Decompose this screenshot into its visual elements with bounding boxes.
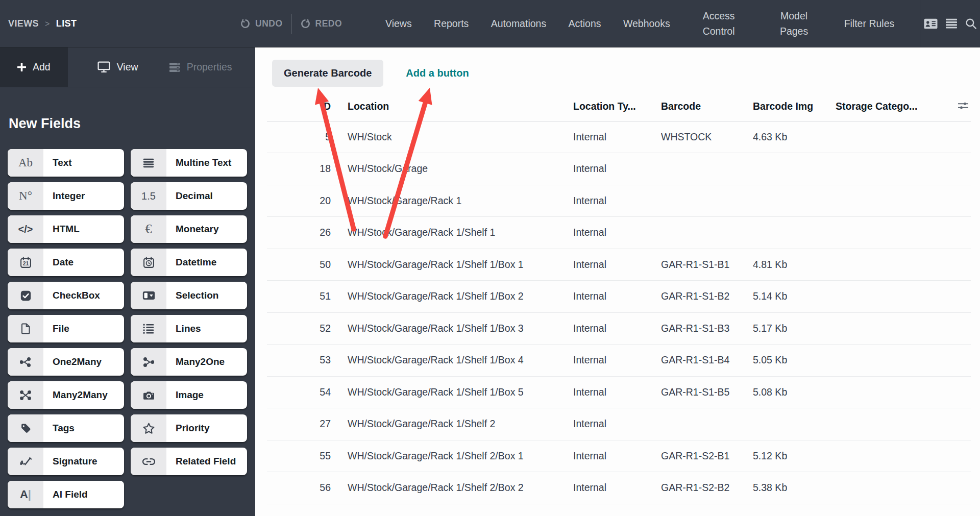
cell-storage-category [836,376,950,408]
nav-item-automations[interactable]: Automations [491,16,546,31]
cell-location: WH/Stock [331,121,573,153]
nav-item-model-pages[interactable]: Model Pages [768,9,821,39]
cell-barcode-img: 5.12 Kb [753,440,836,472]
column-header-barcode-img[interactable]: Barcode Img [753,92,836,121]
nav-item-webhooks[interactable]: Webhooks [623,16,670,31]
cell-storage-category [836,281,950,313]
field-card-monetary[interactable]: €Monetary [131,215,247,243]
table-row[interactable]: 50 WH/Stock/Garage/Rack 1/Shelf 1/Box 1 … [267,249,971,281]
field-card-date[interactable]: 21Date [8,249,124,276]
cell-barcode-img [753,408,836,440]
field-card-tags[interactable]: Tags [8,414,124,442]
table-row[interactable]: 5 WH/Stock Internal WHSTOCK 4.63 Kb [267,121,971,153]
field-card-html[interactable]: </>HTML [8,215,124,243]
new-fields-title: New Fields [9,116,81,132]
field-card-selection[interactable]: Selection [131,282,247,309]
breadcrumb-views[interactable]: VIEWS [8,18,39,29]
tab-properties[interactable]: Properties [154,47,248,87]
cell-location: WH/Stock/Garage/Rack 1 [331,185,573,217]
cell-location: WH/Stock/Garage [331,153,573,185]
undo-button[interactable]: UNDO [240,18,283,29]
field-card-signature[interactable]: Signature [8,448,124,475]
cell-storage-category [836,440,950,472]
field-card-datetime[interactable]: Datetime [131,249,247,276]
table-row[interactable]: 18 WH/Stock/Garage Internal [267,153,971,185]
field-card-many2one[interactable]: Many2One [131,348,247,376]
table-row[interactable]: 54 WH/Stock/Garage/Rack 1/Shelf 1/Box 5 … [267,376,971,408]
nav-item-access-control[interactable]: Access Control [692,9,745,39]
cell-barcode: GAR-R1-S2-B1 [661,440,753,472]
table-row[interactable]: 56 WH/Stock/Garage/Rack 1/Shelf 2/Box 2 … [267,472,971,504]
table-row[interactable]: 55 WH/Stock/Garage/Rack 1/Shelf 2/Box 1 … [267,440,971,472]
nav-item-filter-rules[interactable]: Filter Rules [843,16,896,31]
field-card-multine-text[interactable]: Multine Text [131,149,247,177]
field-card-priority[interactable]: Priority [131,414,247,442]
search-icon[interactable] [965,18,977,30]
date-icon: 21 [8,249,43,276]
field-card-many2many[interactable]: Many2Many [8,381,124,409]
field-card-related-field[interactable]: Related Field [131,448,247,475]
table-row[interactable]: 26 WH/Stock/Garage/Rack 1/Shelf 1 Intern… [267,217,971,249]
many2one-icon [131,348,166,376]
field-card-decimal[interactable]: 1.5Decimal [131,182,247,210]
topbar-nav: ViewsReportsAutomationsActionsWebhooksAc… [385,0,896,47]
undo-redo-divider [291,14,292,34]
sliders-icon[interactable] [958,102,969,110]
cell-id: 54 [267,376,331,408]
redo-button[interactable]: REDO [300,18,342,29]
cell-location: WH/Stock/Garage/Rack 1/Shelf 1/Box 5 [331,376,573,408]
cell-barcode: GAR-R1-S2-B2 [661,472,753,504]
add-a-button-link[interactable]: Add a button [406,67,469,79]
svg-text:21: 21 [22,260,29,266]
field-card-one2many[interactable]: One2Many [8,348,124,376]
generate-barcode-button[interactable]: Generate Barcode [272,60,383,87]
nav-item-reports[interactable]: Reports [434,16,469,31]
cell-barcode: GAR-R1-S1-B3 [661,312,753,345]
field-card-text[interactable]: AbText [8,149,124,177]
field-card-checkbox[interactable]: CheckBox [8,282,124,309]
nav-item-views[interactable]: Views [385,16,412,31]
checkbox-icon [8,282,43,309]
tab-add[interactable]: Add [0,47,68,87]
column-header-location[interactable]: Location [331,92,573,121]
cell-id: 56 [267,472,331,504]
cell-location: WH/Stock/Garage/Rack 1/Shelf 2/Box 2 [331,472,573,504]
cell-location-type: Internal [573,312,661,345]
selection-icon [131,282,166,309]
field-card-file[interactable]: File [8,315,124,342]
cell-barcode-img: 4.81 Kb [753,249,836,281]
topbar-icon-group [920,0,980,47]
sidebar-tabs: AddViewProperties [0,47,255,87]
field-card-lines[interactable]: Lines [131,315,247,342]
lines-icon [131,315,166,342]
cell-location-type: Internal [573,121,661,153]
tab-view[interactable]: View [82,47,154,87]
cell-storage-category [836,472,950,504]
field-card-ai-field[interactable]: A|AI Field [8,481,124,508]
cell-barcode: GAR-R1-S1-B4 [661,345,753,377]
nav-item-actions[interactable]: Actions [569,16,601,31]
table-row[interactable]: 52 WH/Stock/Garage/Rack 1/Shelf 1/Box 3 … [267,312,971,345]
id-card-icon[interactable] [924,18,938,29]
table-row[interactable]: 53 WH/Stock/Garage/Rack 1/Shelf 1/Box 4 … [267,345,971,377]
column-header-barcode[interactable]: Barcode [661,92,753,121]
column-header-storage-category[interactable]: Storage Catego... [836,92,950,121]
table-row[interactable]: 51 WH/Stock/Garage/Rack 1/Shelf 1/Box 2 … [267,281,971,313]
column-header-id[interactable]: ID [267,92,331,121]
table-row[interactable]: 20 WH/Stock/Garage/Rack 1 Internal [267,185,971,217]
cell-barcode: GAR-R1-S1-B2 [661,281,753,313]
breadcrumb-separator: > [45,19,50,29]
cell-barcode-img: 5.17 Kb [753,312,836,345]
new-fields-grid: AbTextMultine TextN°Integer1.5Decimal</>… [8,149,248,508]
field-card-integer[interactable]: N°Integer [8,182,124,210]
cell-storage-category [836,185,950,217]
field-card-image[interactable]: Image [131,381,247,409]
cell-storage-category [836,217,950,249]
menu-lines-icon[interactable] [945,18,958,29]
cell-barcode-img: 5.05 Kb [753,345,836,377]
cell-id: 5 [267,121,331,153]
table-row[interactable]: 27 WH/Stock/Garage/Rack 1/Shelf 2 Intern… [267,408,971,440]
redo-icon [300,18,311,29]
cell-barcode [661,153,753,185]
column-header-location-type[interactable]: Location Ty... [573,92,661,121]
